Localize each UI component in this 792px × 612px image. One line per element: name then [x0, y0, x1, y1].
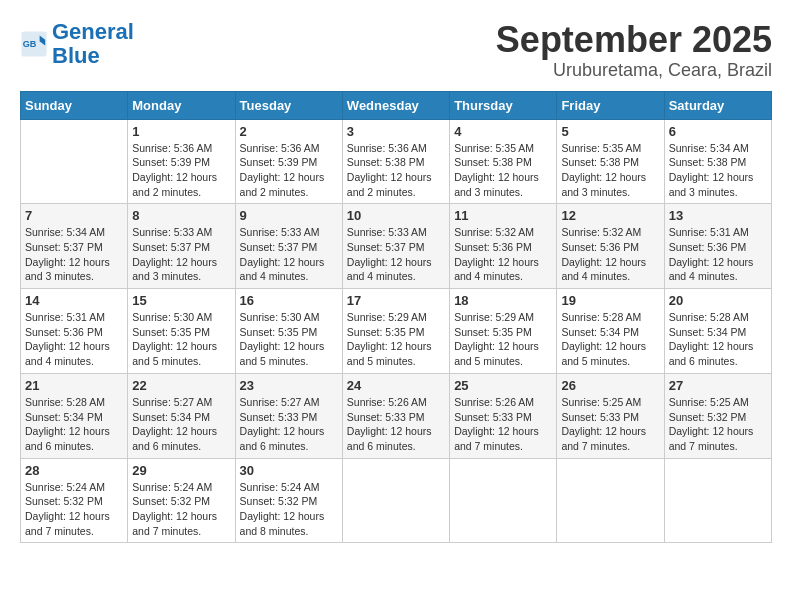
day-number: 29 [132, 463, 230, 478]
day-info: Sunrise: 5:29 AMSunset: 5:35 PMDaylight:… [347, 310, 445, 369]
day-number: 15 [132, 293, 230, 308]
header-day-saturday: Saturday [664, 91, 771, 119]
day-info: Sunrise: 5:36 AMSunset: 5:39 PMDaylight:… [132, 141, 230, 200]
day-info: Sunrise: 5:28 AMSunset: 5:34 PMDaylight:… [561, 310, 659, 369]
day-info: Sunrise: 5:30 AMSunset: 5:35 PMDaylight:… [240, 310, 338, 369]
day-number: 5 [561, 124, 659, 139]
day-number: 17 [347, 293, 445, 308]
day-info: Sunrise: 5:33 AMSunset: 5:37 PMDaylight:… [132, 225, 230, 284]
calendar-cell: 23Sunrise: 5:27 AMSunset: 5:33 PMDayligh… [235, 373, 342, 458]
calendar-title: September 2025 [496, 20, 772, 60]
calendar-cell [342, 458, 449, 543]
day-info: Sunrise: 5:28 AMSunset: 5:34 PMDaylight:… [25, 395, 123, 454]
page-header: GB General Blue September 2025 Urubureta… [20, 20, 772, 81]
day-info: Sunrise: 5:26 AMSunset: 5:33 PMDaylight:… [454, 395, 552, 454]
day-number: 25 [454, 378, 552, 393]
day-info: Sunrise: 5:33 AMSunset: 5:37 PMDaylight:… [240, 225, 338, 284]
calendar-cell: 26Sunrise: 5:25 AMSunset: 5:33 PMDayligh… [557, 373, 664, 458]
calendar-cell: 22Sunrise: 5:27 AMSunset: 5:34 PMDayligh… [128, 373, 235, 458]
calendar-cell: 30Sunrise: 5:24 AMSunset: 5:32 PMDayligh… [235, 458, 342, 543]
day-info: Sunrise: 5:29 AMSunset: 5:35 PMDaylight:… [454, 310, 552, 369]
day-number: 1 [132, 124, 230, 139]
day-info: Sunrise: 5:27 AMSunset: 5:33 PMDaylight:… [240, 395, 338, 454]
day-info: Sunrise: 5:24 AMSunset: 5:32 PMDaylight:… [240, 480, 338, 539]
calendar-week-row: 21Sunrise: 5:28 AMSunset: 5:34 PMDayligh… [21, 373, 772, 458]
calendar-cell: 25Sunrise: 5:26 AMSunset: 5:33 PMDayligh… [450, 373, 557, 458]
header-row: SundayMondayTuesdayWednesdayThursdayFrid… [21, 91, 772, 119]
day-number: 11 [454, 208, 552, 223]
day-number: 22 [132, 378, 230, 393]
day-number: 27 [669, 378, 767, 393]
calendar-header: SundayMondayTuesdayWednesdayThursdayFrid… [21, 91, 772, 119]
svg-text:GB: GB [23, 39, 37, 49]
header-day-tuesday: Tuesday [235, 91, 342, 119]
day-info: Sunrise: 5:28 AMSunset: 5:34 PMDaylight:… [669, 310, 767, 369]
day-info: Sunrise: 5:36 AMSunset: 5:38 PMDaylight:… [347, 141, 445, 200]
day-number: 26 [561, 378, 659, 393]
day-number: 20 [669, 293, 767, 308]
header-day-wednesday: Wednesday [342, 91, 449, 119]
calendar-week-row: 28Sunrise: 5:24 AMSunset: 5:32 PMDayligh… [21, 458, 772, 543]
header-day-thursday: Thursday [450, 91, 557, 119]
calendar-body: 1Sunrise: 5:36 AMSunset: 5:39 PMDaylight… [21, 119, 772, 543]
calendar-cell: 5Sunrise: 5:35 AMSunset: 5:38 PMDaylight… [557, 119, 664, 204]
day-info: Sunrise: 5:24 AMSunset: 5:32 PMDaylight:… [25, 480, 123, 539]
calendar-cell: 8Sunrise: 5:33 AMSunset: 5:37 PMDaylight… [128, 204, 235, 289]
day-info: Sunrise: 5:32 AMSunset: 5:36 PMDaylight:… [561, 225, 659, 284]
calendar-cell: 18Sunrise: 5:29 AMSunset: 5:35 PMDayligh… [450, 289, 557, 374]
header-day-sunday: Sunday [21, 91, 128, 119]
calendar-cell: 17Sunrise: 5:29 AMSunset: 5:35 PMDayligh… [342, 289, 449, 374]
day-number: 14 [25, 293, 123, 308]
calendar-cell: 1Sunrise: 5:36 AMSunset: 5:39 PMDaylight… [128, 119, 235, 204]
calendar-cell: 7Sunrise: 5:34 AMSunset: 5:37 PMDaylight… [21, 204, 128, 289]
calendar-cell: 6Sunrise: 5:34 AMSunset: 5:38 PMDaylight… [664, 119, 771, 204]
header-day-friday: Friday [557, 91, 664, 119]
logo-text: General Blue [52, 20, 134, 68]
calendar-week-row: 1Sunrise: 5:36 AMSunset: 5:39 PMDaylight… [21, 119, 772, 204]
day-info: Sunrise: 5:35 AMSunset: 5:38 PMDaylight:… [454, 141, 552, 200]
calendar-subtitle: Uruburetama, Ceara, Brazil [496, 60, 772, 81]
calendar-cell: 12Sunrise: 5:32 AMSunset: 5:36 PMDayligh… [557, 204, 664, 289]
title-block: September 2025 Uruburetama, Ceara, Brazi… [496, 20, 772, 81]
day-info: Sunrise: 5:27 AMSunset: 5:34 PMDaylight:… [132, 395, 230, 454]
calendar-table: SundayMondayTuesdayWednesdayThursdayFrid… [20, 91, 772, 544]
day-info: Sunrise: 5:30 AMSunset: 5:35 PMDaylight:… [132, 310, 230, 369]
calendar-cell: 3Sunrise: 5:36 AMSunset: 5:38 PMDaylight… [342, 119, 449, 204]
calendar-cell: 4Sunrise: 5:35 AMSunset: 5:38 PMDaylight… [450, 119, 557, 204]
header-day-monday: Monday [128, 91, 235, 119]
day-number: 8 [132, 208, 230, 223]
calendar-cell: 20Sunrise: 5:28 AMSunset: 5:34 PMDayligh… [664, 289, 771, 374]
day-number: 23 [240, 378, 338, 393]
day-info: Sunrise: 5:25 AMSunset: 5:32 PMDaylight:… [669, 395, 767, 454]
day-number: 3 [347, 124, 445, 139]
calendar-week-row: 14Sunrise: 5:31 AMSunset: 5:36 PMDayligh… [21, 289, 772, 374]
day-number: 18 [454, 293, 552, 308]
calendar-cell: 21Sunrise: 5:28 AMSunset: 5:34 PMDayligh… [21, 373, 128, 458]
day-info: Sunrise: 5:33 AMSunset: 5:37 PMDaylight:… [347, 225, 445, 284]
day-info: Sunrise: 5:34 AMSunset: 5:37 PMDaylight:… [25, 225, 123, 284]
day-number: 10 [347, 208, 445, 223]
calendar-cell: 29Sunrise: 5:24 AMSunset: 5:32 PMDayligh… [128, 458, 235, 543]
day-info: Sunrise: 5:32 AMSunset: 5:36 PMDaylight:… [454, 225, 552, 284]
calendar-cell: 13Sunrise: 5:31 AMSunset: 5:36 PMDayligh… [664, 204, 771, 289]
calendar-cell: 2Sunrise: 5:36 AMSunset: 5:39 PMDaylight… [235, 119, 342, 204]
day-info: Sunrise: 5:31 AMSunset: 5:36 PMDaylight:… [25, 310, 123, 369]
day-number: 28 [25, 463, 123, 478]
day-info: Sunrise: 5:31 AMSunset: 5:36 PMDaylight:… [669, 225, 767, 284]
day-number: 2 [240, 124, 338, 139]
calendar-cell: 14Sunrise: 5:31 AMSunset: 5:36 PMDayligh… [21, 289, 128, 374]
calendar-cell [450, 458, 557, 543]
day-number: 24 [347, 378, 445, 393]
calendar-cell: 19Sunrise: 5:28 AMSunset: 5:34 PMDayligh… [557, 289, 664, 374]
calendar-cell: 10Sunrise: 5:33 AMSunset: 5:37 PMDayligh… [342, 204, 449, 289]
day-info: Sunrise: 5:26 AMSunset: 5:33 PMDaylight:… [347, 395, 445, 454]
calendar-cell [664, 458, 771, 543]
day-number: 19 [561, 293, 659, 308]
day-info: Sunrise: 5:24 AMSunset: 5:32 PMDaylight:… [132, 480, 230, 539]
logo: GB General Blue [20, 20, 134, 68]
day-number: 4 [454, 124, 552, 139]
calendar-cell: 15Sunrise: 5:30 AMSunset: 5:35 PMDayligh… [128, 289, 235, 374]
calendar-cell [21, 119, 128, 204]
day-number: 21 [25, 378, 123, 393]
calendar-cell: 24Sunrise: 5:26 AMSunset: 5:33 PMDayligh… [342, 373, 449, 458]
